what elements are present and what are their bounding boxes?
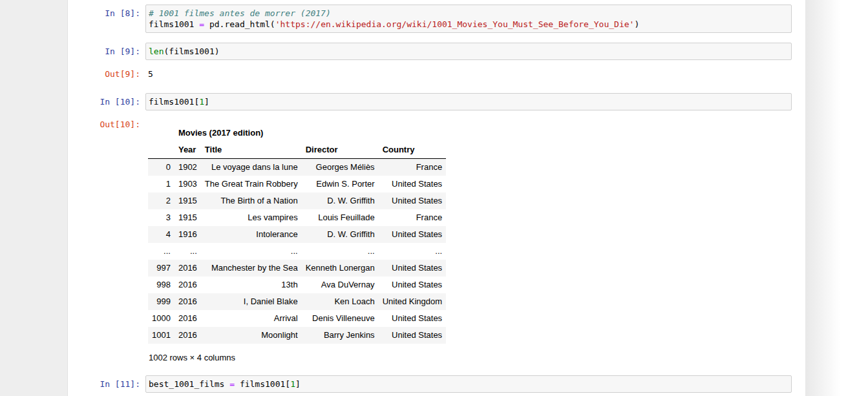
cell-year: 1902	[175, 159, 201, 176]
table-row-ellipsis: ... ... ... ... ...	[148, 243, 446, 260]
column-header-row: Year Title Director Country	[148, 141, 446, 159]
row-index: 4	[148, 226, 175, 243]
cell-director: Ava DuVernay	[302, 276, 379, 293]
input-prompt-10: In [10]:	[68, 93, 145, 107]
code-builtin: len	[149, 47, 164, 56]
row-index: 998	[148, 276, 175, 293]
output-value: 5	[148, 65, 792, 79]
cell-year: ...	[175, 243, 201, 260]
cell-title: Les vampires	[201, 209, 302, 226]
code-cell-10: In [10]: films1001[1]	[68, 93, 805, 110]
table-row: 998 2016 13th Ava DuVernay United States	[148, 276, 446, 293]
table-row: 1000 2016 Arrival Denis Villeneuve Unite…	[148, 310, 446, 327]
cell-country: United States	[379, 310, 447, 327]
dataframe-body: 0 1902 Le voyage dans la lune Georges Mé…	[148, 159, 446, 344]
table-row: 2 1915 The Birth of a Nation D. W. Griff…	[148, 193, 446, 209]
code-cell-11: In [11]: best_1001_films = films1001[1]	[68, 375, 805, 393]
output-prompt-9: Out[9]:	[68, 65, 145, 79]
row-index: 1	[148, 176, 175, 193]
table-row: 997 2016 Manchester by the Sea Kenneth L…	[148, 260, 446, 276]
cell-country: ...	[379, 243, 447, 260]
row-index: 0	[148, 159, 175, 176]
code-input-11[interactable]: best_1001_films = films1001[1]	[145, 375, 792, 393]
dataframe-table: Movies (2017 edition) Year Title Directo…	[148, 125, 446, 344]
code-token: films1001[	[235, 379, 290, 389]
cell-country: United States	[379, 276, 447, 293]
row-index: 999	[148, 293, 175, 310]
code-operator: =	[199, 19, 204, 29]
row-index: 3	[148, 209, 175, 226]
column-header-year: Year	[175, 141, 201, 159]
column-header-country: Country	[379, 141, 447, 159]
cell-director: ...	[302, 243, 379, 260]
code-token: ]	[204, 97, 209, 107]
cell-country: United States	[379, 327, 447, 344]
table-row: 0 1902 Le voyage dans la lune Georges Mé…	[148, 159, 446, 176]
output-row-10: Out[10]: Movies (2017 edition) Year Titl…	[68, 116, 805, 362]
cell-country: United Kingdom	[379, 293, 447, 310]
cell-title: The Great Train Robbery	[201, 176, 302, 193]
code-cell-8: In [8]: # 1001 filmes antes de morrer (2…	[68, 5, 805, 33]
code-number: 1	[290, 379, 295, 389]
output-area-10: Movies (2017 edition) Year Title Directo…	[145, 116, 792, 362]
output-area-9: 5	[145, 65, 792, 79]
cell-director: Barry Jenkins	[302, 327, 379, 344]
cell-year: 1915	[175, 193, 201, 209]
input-prompt-9: In [9]:	[68, 43, 145, 57]
corner-header	[148, 125, 175, 141]
cell-director: D. W. Griffith	[302, 226, 379, 243]
code-input-8[interactable]: # 1001 filmes antes de morrer (2017) fil…	[145, 5, 792, 33]
cell-year: 2016	[175, 293, 201, 310]
output-prompt-10: Out[10]:	[68, 116, 145, 130]
cell-country: France	[379, 159, 447, 176]
corner-header	[148, 141, 175, 159]
cell-country: United States	[379, 176, 447, 193]
column-header-title: Title	[201, 141, 302, 159]
table-row: 999 2016 I, Daniel Blake Ken Loach Unite…	[148, 293, 446, 310]
cell-director: Kenneth Lonergan	[302, 260, 379, 276]
cell-director: Georges Méliès	[302, 159, 379, 176]
row-index: 1001	[148, 327, 175, 344]
row-index: 2	[148, 193, 175, 209]
code-cell-9: In [9]: len(films1001)	[68, 43, 805, 60]
code-line: films1001 = pd.read_html('https://en.wik…	[149, 19, 789, 30]
table-row: 1 1903 The Great Train Robbery Edwin S. …	[148, 176, 446, 193]
caption-row: Movies (2017 edition)	[148, 125, 446, 141]
code-token: ]	[295, 379, 301, 389]
table-row: 1001 2016 Moonlight Barry Jenkins United…	[148, 327, 446, 344]
cell-director: Denis Villeneuve	[302, 310, 379, 327]
row-index: 1000	[148, 310, 175, 327]
code-token: films1001	[149, 19, 199, 29]
cell-year: 1916	[175, 226, 201, 243]
code-comment: # 1001 filmes antes de morrer (2017)	[149, 8, 331, 18]
cell-title: Arrival	[201, 310, 302, 327]
code-line: best_1001_films = films1001[1]	[149, 379, 789, 390]
code-string: 'https://en.wikipedia.org/wiki/1001_Movi…	[275, 19, 635, 29]
code-input-9[interactable]: len(films1001)	[145, 43, 792, 60]
code-line: len(films1001)	[149, 46, 789, 57]
table-caption: Movies (2017 edition)	[175, 125, 446, 141]
code-input-10[interactable]: films1001[1]	[145, 93, 792, 110]
cell-title: I, Daniel Blake	[201, 293, 302, 310]
code-token: (films1001)	[164, 47, 219, 56]
dataframe-dimensions: 1002 rows × 4 columns	[149, 353, 792, 362]
code-line: # 1001 filmes antes de morrer (2017)	[149, 8, 789, 19]
code-operator: =	[229, 379, 235, 389]
cell-country: United States	[379, 193, 447, 209]
dataframe-header: Movies (2017 edition) Year Title Directo…	[148, 125, 446, 159]
cell-title: Moonlight	[201, 327, 302, 344]
code-token: )	[634, 19, 639, 29]
notebook-left-margin	[0, 0, 68, 396]
cell-country: United States	[379, 260, 447, 276]
cell-title: 13th	[201, 276, 302, 293]
column-header-director: Director	[302, 141, 379, 159]
cell-title: ...	[201, 243, 302, 260]
table-row: 3 1915 Les vampires Louis Feuillade Fran…	[148, 209, 446, 226]
cell-title: Manchester by the Sea	[201, 260, 302, 276]
code-token: films1001[	[149, 97, 199, 107]
input-prompt-11: In [11]:	[68, 375, 145, 390]
cell-title: The Birth of a Nation	[201, 193, 302, 209]
cell-year: 2016	[175, 310, 201, 327]
cell-year: 2016	[175, 327, 201, 344]
cell-year: 1903	[175, 176, 201, 193]
